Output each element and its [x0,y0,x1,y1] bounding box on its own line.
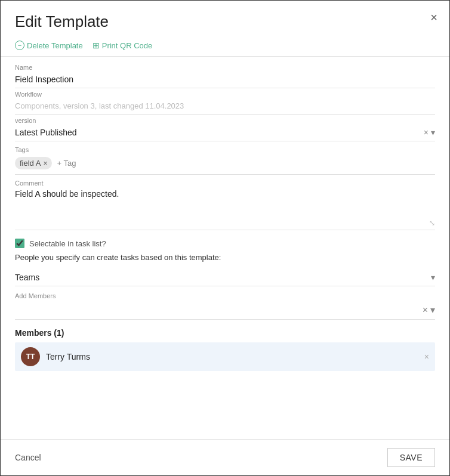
teams-label: Teams [15,273,431,282]
member-name: Terry Turms [46,352,418,361]
version-label: version [15,117,435,124]
add-tag-button[interactable]: + Tag [57,159,76,168]
member-row: TT Terry Turms × [15,342,435,371]
member-remove-icon[interactable]: × [424,352,429,361]
modal-body: Name Field Inspection Workflow Component… [1,57,449,439]
version-controls: × ▾ [424,128,435,137]
add-members-clear-icon[interactable]: × [423,305,428,316]
people-info: People you specify can create tasks base… [15,253,435,262]
version-clear-icon[interactable]: × [424,128,429,137]
comment-label: Comment [15,180,435,187]
edit-template-modal: Edit Template × − Delete Template ⊞ Prin… [0,0,450,476]
add-members-section: Add Members × ▾ [15,292,435,320]
close-button[interactable]: × [430,11,437,23]
version-field-group: version Latest Published × ▾ [15,117,435,141]
action-bar: − Delete Template ⊞ Print QR Code [1,37,449,57]
modal-footer: Cancel SAVE [1,439,449,475]
delete-icon: − [15,41,24,50]
selectable-checkbox[interactable] [15,239,24,248]
name-label: Name [15,64,435,71]
workflow-placeholder: Components, version 3, last changed 11.0… [15,99,435,115]
print-qr-link[interactable]: ⊞ Print QR Code [93,41,153,50]
print-qr-label: Print QR Code [102,41,153,50]
workflow-field-group: Workflow Components, version 3, last cha… [15,91,435,115]
teams-dropdown-arrow-icon: ▾ [431,273,435,282]
delete-label: Delete Template [27,41,83,50]
workflow-label: Workflow [15,91,435,98]
add-members-row: × ▾ [15,302,435,320]
members-title: Members (1) [15,328,435,338]
teams-dropdown[interactable]: Teams ▾ [15,269,435,286]
tag-badge: field A × [15,157,52,169]
version-value: Latest Published [15,128,424,137]
tag-value: field A [20,159,41,168]
tags-label: Tags [15,146,435,153]
comment-textarea[interactable] [15,189,435,225]
add-members-dropdown-icon[interactable]: ▾ [430,304,435,316]
add-members-controls: × ▾ [423,304,435,316]
resize-icon: ⤡ [429,219,435,227]
modal-header: Edit Template × [1,1,449,37]
tags-row: field A × + Tag [15,157,435,175]
comment-border: ⤡ [15,189,435,230]
qr-icon: ⊞ [93,41,100,50]
name-field-group: Name Field Inspection [15,64,435,88]
add-members-label: Add Members [15,292,435,299]
avatar: TT [21,347,40,366]
add-members-input[interactable] [15,305,423,315]
modal-title: Edit Template [15,13,435,31]
version-row[interactable]: Latest Published × ▾ [15,125,435,141]
selectable-label: Selectable in task list? [29,239,106,248]
tag-remove-icon[interactable]: × [43,159,47,168]
tags-section: Tags field A × + Tag [15,146,435,175]
save-button[interactable]: SAVE [387,448,435,467]
cancel-button[interactable]: Cancel [15,453,41,462]
comment-section: Comment ⤡ [15,180,435,230]
name-value[interactable]: Field Inspection [15,72,435,88]
version-dropdown-icon[interactable]: ▾ [431,128,435,137]
members-section: Members (1) TT Terry Turms × [15,328,435,371]
delete-template-link[interactable]: − Delete Template [15,41,83,50]
selectable-checkbox-row: Selectable in task list? [15,239,435,248]
